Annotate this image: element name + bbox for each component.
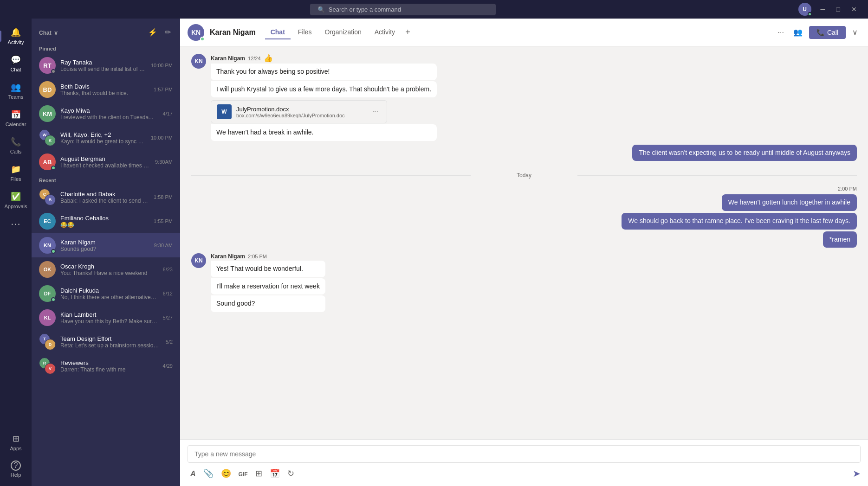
send-icon: ➤ [853,468,861,479]
list-item[interactable]: W K Will, Kayo, Eric, +2 Kayo: It would … [32,126,180,150]
maximize-button[interactable]: □ [833,5,844,14]
chat-time: 10:00 PM [151,135,173,141]
avatar: KN [191,54,206,69]
tab-organization[interactable]: Organization [319,26,367,39]
more-options-button[interactable]: ··· [775,26,787,39]
file-more-button[interactable]: ··· [369,105,381,119]
message-sender: Karan Nigam [211,253,245,260]
message-sender: Karan Nigam [211,55,245,62]
nav-item-approvals[interactable]: ✅ Approvals [0,186,32,214]
list-item[interactable]: KM Kayo Miwa I reviewed with the client … [32,102,180,126]
chat-name: Kian Lambert [60,311,158,318]
list-item[interactable]: C B Charlotte and Babak Babak: I asked t… [32,185,180,209]
chat-info: Oscar Krogh You: Thanks! Have a nice wee… [60,263,158,276]
expand-button[interactable]: ∨ [849,25,861,39]
schedule-button[interactable]: 📅 [267,467,283,480]
giphy-button[interactable]: GIF [236,467,251,480]
list-item[interactable]: R V Reviewers Darren: Thats fine with me… [32,354,180,378]
list-item[interactable]: RT Ray Tanaka Louisa will send the initi… [32,53,180,77]
avatar: KN [191,253,206,268]
nav-item-calls[interactable]: 📞 Calls [0,132,32,159]
list-item[interactable]: EC Emiliano Ceballos 😂😂 1:55 PM [32,209,180,233]
nav-item-teams[interactable]: 👥 Teams [0,77,32,104]
message-bubble: Yes! That would be wonderful. [211,261,325,277]
teams-icon: 👥 [10,82,21,93]
avatar-group: C B [39,189,56,205]
attach-button[interactable]: 📎 [201,467,216,480]
files-icon: 📁 [10,164,21,175]
sidebar-header: Chat ∨ ⚡ ✏ [32,19,180,42]
app-container: 🔍 Search or type a command U ─ □ ✕ 🔔 Act… [0,0,868,486]
file-info: JulyPromotion.docx box.com/s/w9eo6eua89k… [236,106,365,118]
message-bubble: Thank you for always being so positive! [211,64,437,80]
search-box[interactable]: 🔍 Search or type a command [310,4,496,15]
chat-preview: 😂😂 [60,222,149,228]
tab-files[interactable]: Files [292,26,317,39]
user-avatar-window[interactable]: U [798,3,811,16]
nav-label-help: Help [11,472,21,478]
outgoing-cluster-today: 2:00 PM We haven't gotten lunch together… [191,186,857,248]
nav-item-files[interactable]: 📁 Files [0,159,32,186]
avatar: K [45,135,56,146]
chat-time: 6/23 [163,267,173,272]
message-content: Karan Nigam 12/24 👍 Thank you for always… [211,54,437,141]
window-bar: 🔍 Search or type a command U ─ □ ✕ [0,0,868,19]
chat-name: Will, Kayo, Eric, +2 [60,131,146,138]
tab-chat[interactable]: Chat [265,26,291,39]
message-bubble-outgoing: We haven't gotten lunch together in awhi… [722,194,857,211]
list-item[interactable]: BD Beth Davis Thanks, that would be nice… [32,77,180,102]
message-time: 12/24 [248,56,261,61]
message-bubble: I'll make a reservation for next week [211,278,325,295]
contact-name: Karan Nigam [210,28,256,37]
nav-item-more[interactable]: ··· [0,214,32,234]
close-button[interactable]: ✕ [848,5,861,14]
message-bubble: Sound good? [211,295,325,312]
message-input[interactable] [188,445,861,463]
window-search-area: 🔍 Search or type a command [7,4,798,15]
compose-button[interactable]: ✏ [163,26,173,38]
list-item[interactable]: DF Daichi Fukuda No, I think there are o… [32,281,180,306]
nav-item-activity[interactable]: 🔔 Activity [0,22,32,50]
chat-time: 5/27 [163,315,173,320]
list-item[interactable]: KL Kian Lambert Have you ran this by Bet… [32,306,180,330]
minimize-button[interactable]: ─ [817,5,829,14]
window-controls: ─ □ ✕ [817,5,861,14]
nav-item-apps[interactable]: ⊞ Apps [0,428,32,456]
message-bubble-outgoing: The client wasn't expecting us to be rea… [632,145,857,161]
format-button[interactable]: A [188,467,199,480]
avatar-group: W K [39,129,56,146]
loop-button[interactable]: ↻ [285,467,297,480]
send-button[interactable]: ➤ [853,468,861,479]
list-item[interactable]: OK Oscar Krogh You: Thanks! Have a nice … [32,257,180,281]
avatar: KN [39,237,56,254]
chat-name: Beth Davis [60,83,149,90]
list-item-active[interactable]: KN Karan Nigam Sounds good? 9:30 AM [32,233,180,257]
nav-label-calendar: Calendar [6,122,26,127]
list-item[interactable]: AB August Bergman I haven't checked avai… [32,150,180,174]
list-item[interactable]: T D Team Design Effort Reta: Let's set u… [32,330,180,354]
emoji-icon: 😊 [221,469,231,478]
chat-time: 4/29 [163,363,173,369]
add-tab-button[interactable]: + [402,25,413,40]
avatar: KM [39,105,56,122]
nav-label-teams: Teams [8,94,23,100]
participants-button[interactable]: 👥 [790,25,805,39]
nav-item-calendar[interactable]: 📅 Calendar [0,104,32,132]
nav-item-chat[interactable]: 💬 Chat [0,50,32,77]
chat-preview: Babak: I asked the client to send her fe… [60,198,149,204]
nav-item-help[interactable]: ? Help [0,456,32,482]
chat-icon: 💬 [10,54,21,65]
filter-button[interactable]: ⚡ [146,26,159,38]
chat-name: Karan Nigam [60,239,149,246]
file-attachment[interactable]: W JulyPromotion.docx box.com/s/w9eo6eua8… [211,100,387,123]
activity-icon: 🔔 [10,27,21,38]
call-button[interactable]: 📞 Call [809,26,846,39]
chat-time: 9:30AM [155,159,173,165]
chat-info: Beth Davis Thanks, that would be nice. [60,83,149,96]
status-dot [51,69,56,74]
chat-time: 1:57 PM [154,87,173,92]
sticker-button[interactable]: ⊞ [253,467,265,480]
chat-time: 10:00 PM [151,63,173,68]
tab-activity[interactable]: Activity [369,26,401,39]
emoji-button[interactable]: 😊 [218,467,234,480]
